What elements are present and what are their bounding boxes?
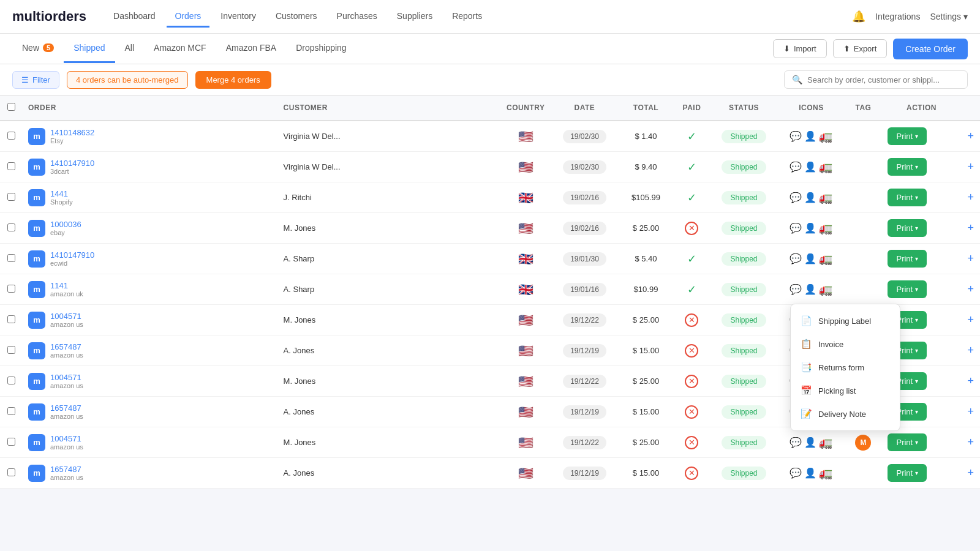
print-button[interactable]: Print ▾ — [888, 189, 927, 206]
truck-icon[interactable]: 🚛 — [819, 160, 832, 174]
order-id-link[interactable]: 1410147910 — [50, 250, 94, 260]
add-column-icon[interactable]: + — [967, 222, 974, 234]
print-dropdown-arrow[interactable]: ▾ — [915, 347, 918, 354]
bell-icon[interactable]: 🔔 — [852, 10, 865, 23]
select-all-checkbox[interactable] — [7, 103, 15, 111]
create-order-button[interactable]: Create Order — [893, 39, 968, 59]
order-id-link[interactable]: 1004571 — [50, 373, 83, 382]
row-checkbox[interactable] — [7, 285, 15, 293]
dropdown-picking-list[interactable]: 📅 Picking list — [791, 379, 900, 402]
note-icon[interactable]: 💬 — [790, 283, 802, 295]
truck-icon[interactable]: 🚛 — [819, 222, 832, 235]
print-dropdown-arrow[interactable]: ▾ — [915, 163, 918, 170]
print-dropdown-arrow[interactable]: ▾ — [915, 439, 918, 446]
person-icon[interactable]: 👤 — [804, 161, 816, 173]
print-button[interactable]: Print ▾ — [888, 250, 927, 268]
note-icon[interactable]: 💬 — [790, 253, 802, 264]
print-button[interactable]: Print ▾ — [888, 219, 927, 237]
print-dropdown-arrow[interactable]: ▾ — [915, 470, 918, 476]
print-dropdown-arrow[interactable]: ▾ — [915, 378, 918, 384]
note-icon[interactable]: 💬 — [790, 192, 802, 203]
row-checkbox[interactable] — [7, 377, 15, 384]
tab-amazon-fba[interactable]: Amazon FBA — [216, 34, 286, 63]
person-icon[interactable]: 👤 — [804, 467, 816, 479]
note-icon[interactable]: 💬 — [790, 161, 802, 173]
add-column-icon[interactable]: + — [967, 375, 974, 387]
add-column-icon[interactable]: + — [967, 467, 974, 479]
order-id-link[interactable]: 1004571 — [50, 312, 83, 321]
tab-shipped[interactable]: Shipped — [64, 34, 115, 63]
add-column-icon[interactable]: + — [967, 191, 974, 203]
truck-icon[interactable]: 🚛 — [819, 252, 832, 266]
person-icon[interactable]: 👤 — [804, 192, 816, 203]
order-id-link[interactable]: 1410148632 — [50, 128, 94, 137]
row-checkbox[interactable] — [7, 407, 15, 415]
note-icon[interactable]: 💬 — [790, 467, 802, 479]
order-id-link[interactable]: 1000036 — [50, 220, 81, 229]
tab-amazon-mcf[interactable]: Amazon MCF — [144, 34, 216, 63]
integrations-link[interactable]: Integrations — [875, 12, 920, 21]
dropdown-invoice[interactable]: 📋 Invoice — [791, 332, 900, 356]
row-checkbox[interactable] — [7, 315, 15, 323]
row-checkbox[interactable] — [7, 438, 15, 446]
order-id-link[interactable]: 1657487 — [50, 342, 83, 351]
dropdown-returns-form[interactable]: 📑 Returns form — [791, 356, 900, 379]
print-dropdown-arrow[interactable]: ▾ — [915, 133, 918, 140]
dropdown-delivery-note[interactable]: 📝 Delivery Note — [791, 402, 900, 425]
order-id-link[interactable]: 1141 — [50, 281, 83, 290]
nav-suppliers[interactable]: Suppliers — [388, 6, 441, 28]
row-checkbox[interactable] — [7, 223, 15, 231]
add-column-icon[interactable]: + — [967, 405, 974, 418]
note-icon[interactable]: 💬 — [790, 130, 802, 142]
row-checkbox[interactable] — [7, 132, 15, 140]
person-icon[interactable]: 👤 — [804, 283, 816, 295]
truck-icon[interactable]: 🚛 — [819, 283, 832, 296]
row-checkbox[interactable] — [7, 254, 15, 262]
import-button[interactable]: ⬇ Import — [773, 39, 827, 58]
nav-orders[interactable]: Orders — [167, 6, 210, 28]
tab-new[interactable]: New 5 — [12, 34, 64, 63]
truck-icon[interactable]: 🚛 — [819, 467, 832, 480]
order-id-link[interactable]: 1441 — [50, 189, 73, 198]
merge-button[interactable]: Merge 4 orders — [195, 71, 271, 89]
add-column-icon[interactable]: + — [967, 283, 974, 295]
nav-purchases[interactable]: Purchases — [328, 6, 386, 28]
truck-icon[interactable]: 🚛 — [819, 130, 832, 143]
print-button[interactable]: Print ▾ — [888, 280, 927, 298]
print-dropdown-arrow[interactable]: ▾ — [915, 317, 918, 323]
truck-icon[interactable]: 🚛 — [819, 191, 832, 204]
row-checkbox[interactable] — [7, 468, 15, 476]
truck-icon[interactable]: 🚛 — [819, 436, 832, 449]
dropdown-shipping-label[interactable]: 📄 Shipping Label — [791, 309, 900, 332]
row-checkbox[interactable] — [7, 162, 15, 170]
note-icon[interactable]: 💬 — [790, 222, 802, 234]
add-column-icon[interactable]: + — [967, 160, 974, 173]
person-icon[interactable]: 👤 — [804, 437, 816, 448]
tab-all[interactable]: All — [115, 34, 145, 63]
tab-dropshipping[interactable]: Dropshipping — [286, 34, 356, 63]
export-button[interactable]: ⬆ Export — [833, 39, 888, 58]
order-id-link[interactable]: 1410147910 — [50, 159, 94, 168]
add-column-icon[interactable]: + — [967, 313, 974, 326]
person-icon[interactable]: 👤 — [804, 253, 816, 264]
person-icon[interactable]: 👤 — [804, 222, 816, 234]
add-column-icon[interactable]: + — [967, 436, 974, 448]
print-button[interactable]: Print ▾ — [888, 464, 927, 482]
print-dropdown-arrow[interactable]: ▾ — [915, 286, 918, 293]
person-icon[interactable]: 👤 — [804, 130, 816, 142]
nav-inventory[interactable]: Inventory — [212, 6, 265, 28]
note-icon[interactable]: 💬 — [790, 437, 802, 448]
print-dropdown-arrow[interactable]: ▾ — [915, 255, 918, 262]
settings-link[interactable]: Settings ▾ — [930, 12, 968, 21]
print-dropdown-arrow[interactable]: ▾ — [915, 194, 918, 201]
print-button[interactable]: Print ▾ — [888, 158, 927, 176]
add-column-icon[interactable]: + — [967, 252, 974, 264]
add-column-icon[interactable]: + — [967, 130, 974, 142]
print-dropdown-arrow[interactable]: ▾ — [915, 408, 918, 415]
order-id-link[interactable]: 1657487 — [50, 465, 83, 474]
print-dropdown-arrow[interactable]: ▾ — [915, 225, 918, 231]
nav-reports[interactable]: Reports — [443, 6, 491, 28]
nav-dashboard[interactable]: Dashboard — [105, 6, 164, 28]
print-button[interactable]: Print ▾ — [888, 433, 927, 451]
search-input[interactable] — [807, 75, 960, 84]
